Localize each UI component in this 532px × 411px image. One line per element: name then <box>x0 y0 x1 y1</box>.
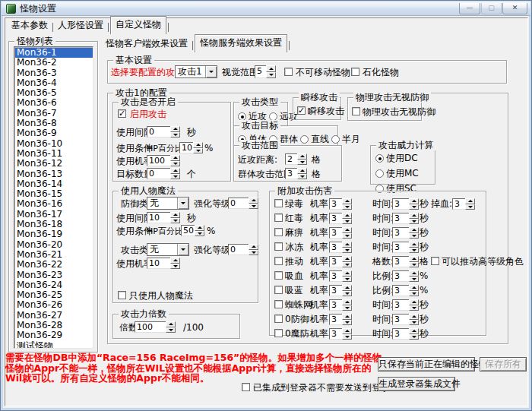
spin-down-button[interactable] <box>409 248 419 254</box>
spinner-value[interactable]: 10 <box>147 258 170 269</box>
list-item[interactable]: Mon36-3 <box>15 68 93 78</box>
spinner[interactable]: 3 <box>392 314 419 325</box>
spinner-value[interactable]: 101 <box>179 142 193 153</box>
spin-up-button[interactable] <box>342 227 352 233</box>
list-item[interactable]: Mon36-23 <box>15 270 93 280</box>
spinner-value[interactable]: 3 <box>392 256 409 267</box>
damage-enable-checkbox[interactable] <box>274 271 283 280</box>
list-item[interactable]: Mon36-4 <box>15 78 93 88</box>
spin-down-button[interactable] <box>195 231 204 237</box>
magic-interval-spinner[interactable]: 10 <box>147 212 180 223</box>
magic-condition-spinner[interactable]: 50 <box>181 225 204 236</box>
target-count-spinner[interactable]: 0 <box>147 168 180 179</box>
list-item[interactable]: Mon36-20 <box>15 240 93 250</box>
radio-button[interactable] <box>375 169 384 178</box>
teleport-checkbox[interactable]: ✓ <box>297 106 306 115</box>
spinner-value[interactable]: 0 <box>147 126 170 138</box>
spin-down-button[interactable] <box>409 277 419 283</box>
spin-down-button[interactable] <box>342 262 352 268</box>
list-item[interactable]: Mon36-16 <box>15 199 93 209</box>
spinner-value[interactable]: 5 <box>255 65 266 78</box>
spin-up-button[interactable] <box>409 198 419 204</box>
spin-down-button[interactable] <box>170 132 180 138</box>
defense-level-spinner[interactable]: 0 <box>228 198 258 209</box>
list-item[interactable]: Mon36-17 <box>15 210 93 220</box>
spinner[interactable]: 3 <box>329 314 352 325</box>
list-item[interactable]: Mon36-10 <box>15 139 93 149</box>
main-tab-0[interactable]: 基本参数 <box>8 17 51 34</box>
damage-enable-checkbox[interactable] <box>274 329 283 337</box>
petrify-checkbox[interactable] <box>351 68 359 76</box>
list-item[interactable]: Mon36-25 <box>15 290 93 300</box>
spin-down-button[interactable] <box>342 248 352 254</box>
spin-down-button[interactable] <box>409 219 419 225</box>
spinner-value[interactable]: 3 <box>392 213 409 224</box>
spinner-value[interactable]: 3 <box>392 285 409 296</box>
spin-down-button[interactable] <box>409 233 419 239</box>
spinner-value[interactable]: 3 <box>452 198 465 210</box>
spin-down-button[interactable] <box>193 148 203 154</box>
spinner[interactable]: 3 <box>392 299 419 311</box>
spin-up-button[interactable] <box>166 321 176 327</box>
spin-down-button[interactable] <box>342 219 352 225</box>
spin-down-button[interactable] <box>249 250 258 256</box>
spinner[interactable]: 3 <box>392 227 419 239</box>
spin-down-button[interactable] <box>249 204 258 210</box>
spin-up-button[interactable] <box>342 314 352 320</box>
spin-down-button[interactable] <box>170 264 180 270</box>
spinner-value[interactable]: 0 <box>228 244 249 255</box>
list-item[interactable]: Mon36-21 <box>15 250 93 260</box>
spinner-value[interactable]: 3 <box>329 314 342 325</box>
spin-up-button[interactable] <box>409 285 419 291</box>
spinner-value[interactable]: 3 <box>329 227 342 239</box>
spin-up-button[interactable] <box>297 153 307 160</box>
spin-up-button[interactable] <box>170 212 180 218</box>
spin-down-button[interactable] <box>342 320 352 326</box>
list-item[interactable]: Mon36-13 <box>15 169 93 179</box>
spinner[interactable]: 3 <box>392 328 419 340</box>
spinner-value[interactable]: 50 <box>181 225 195 236</box>
spin-up-button[interactable] <box>342 270 352 277</box>
spin-down-button[interactable] <box>409 291 419 297</box>
list-item[interactable]: Mon36-28 <box>15 321 93 330</box>
list-item[interactable]: 测试怪物 <box>15 341 93 349</box>
spinner-value[interactable]: 3 <box>329 328 342 340</box>
defense-magic-combo[interactable]: 无 <box>147 197 189 210</box>
spinner-value[interactable]: 3 <box>329 285 342 296</box>
spin-down-button[interactable] <box>409 262 419 268</box>
list-item[interactable]: Mon36-6 <box>15 98 93 108</box>
save-current-button[interactable]: 只保存当前正在编辑的怪物 <box>378 357 475 371</box>
spin-down-button[interactable] <box>409 305 419 311</box>
multiplier-spinner[interactable]: 100 <box>135 321 176 333</box>
spin-up-button[interactable] <box>465 198 475 204</box>
spin-up-button[interactable] <box>249 198 258 204</box>
damage-enable-checkbox[interactable] <box>274 213 283 222</box>
spin-down-button[interactable] <box>342 291 352 297</box>
spinner-value[interactable]: 2 <box>285 153 297 165</box>
spin-down-button[interactable] <box>465 204 475 210</box>
use-interval-spinner[interactable]: 0 <box>147 126 180 138</box>
damage-enable-checkbox[interactable] <box>274 300 283 308</box>
enable-attack-checkbox[interactable]: ✓ <box>118 109 126 118</box>
list-item[interactable]: Mon36-8 <box>15 119 93 128</box>
spinner-value[interactable]: 3 <box>285 168 297 179</box>
damage-enable-checkbox[interactable] <box>274 228 283 236</box>
attack-magic-combo[interactable]: 无 <box>147 243 189 256</box>
spinner[interactable]: 3 <box>392 198 419 210</box>
melee-distance-spinner[interactable]: 2 <box>285 153 307 165</box>
spin-up-button[interactable] <box>409 299 419 305</box>
spin-up-button[interactable] <box>342 256 352 262</box>
spin-down-button[interactable] <box>342 334 352 340</box>
list-item[interactable]: Mon36-12 <box>15 159 93 169</box>
spinner[interactable]: 3 <box>329 285 352 296</box>
radio-button[interactable] <box>300 135 309 144</box>
spin-down-button[interactable] <box>342 233 352 239</box>
magic-chance-spinner[interactable]: 10 <box>147 258 180 269</box>
vision-range-spinner[interactable]: 5 <box>255 65 276 78</box>
use-condition-spinner[interactable]: 101 <box>179 142 203 153</box>
spin-up-button[interactable] <box>195 225 204 231</box>
spinner-value[interactable]: 3 <box>392 227 409 239</box>
dropdown-button[interactable] <box>205 66 217 77</box>
spinner[interactable]: 3 <box>329 328 352 340</box>
use-chance-spinner[interactable]: 100 <box>147 155 180 166</box>
